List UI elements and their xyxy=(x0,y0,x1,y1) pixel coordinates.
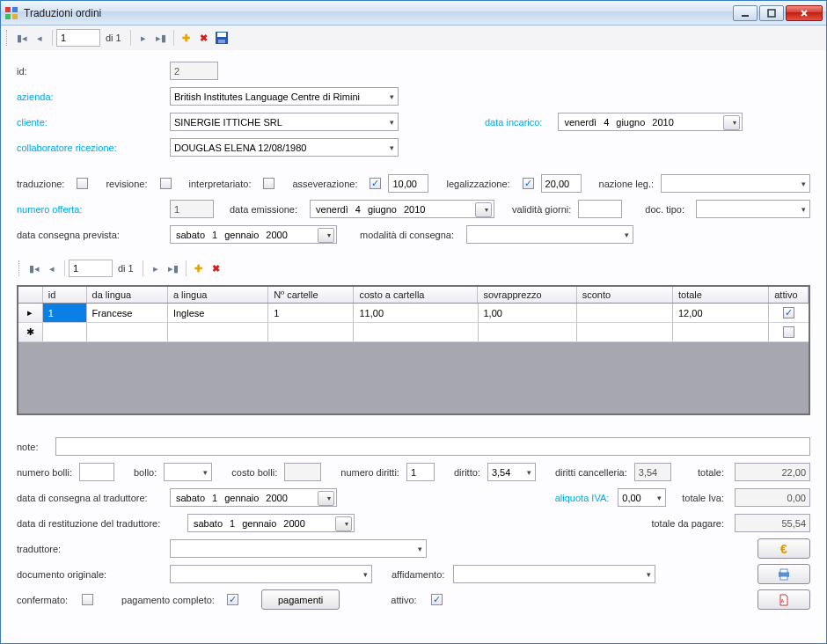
svg-rect-10 xyxy=(218,40,225,43)
totale-iva-field xyxy=(735,488,810,507)
azienda-select[interactable] xyxy=(170,87,399,106)
cell-id[interactable]: 1 xyxy=(43,304,87,322)
data-restituzione-picker[interactable]: sabato1gennaio2000 xyxy=(187,514,355,532)
detail-add-button[interactable]: ✚ xyxy=(190,260,208,277)
pagamento-completo-checkbox[interactable] xyxy=(227,594,238,605)
col-costo-cartella[interactable]: costo a cartella xyxy=(354,287,478,303)
table-row-new[interactable]: ✱ xyxy=(18,323,809,342)
col-totale[interactable]: totale xyxy=(673,287,769,303)
cliente-label: cliente: xyxy=(17,117,166,128)
affidamento-select[interactable] xyxy=(453,565,655,583)
titlebar: Traduzioni ordini xyxy=(1,1,826,26)
bollo-select[interactable] xyxy=(164,463,212,481)
validita-field[interactable] xyxy=(578,200,622,218)
detail-nav-last-button[interactable]: ▸▮ xyxy=(165,260,182,277)
row-attivo-checkbox[interactable] xyxy=(783,326,794,338)
save-button[interactable] xyxy=(213,29,231,47)
detail-grid[interactable]: id da lingua a lingua Nº cartelle costo … xyxy=(17,285,810,415)
doc-tipo-select[interactable] xyxy=(696,200,810,218)
totale-iva-label: totale Iva: xyxy=(682,493,724,503)
diritto-select[interactable] xyxy=(487,463,536,481)
print-button[interactable] xyxy=(757,564,810,584)
window-title: Traduzioni ordini xyxy=(24,7,733,19)
interpretariato-label: interpretariato: xyxy=(189,179,252,189)
cell-sconto[interactable] xyxy=(577,304,673,322)
col-da-lingua[interactable]: da lingua xyxy=(87,287,168,303)
cliente-select[interactable] xyxy=(170,113,399,131)
detail-nav-first-button[interactable]: ▮◂ xyxy=(26,260,43,277)
cell-attivo[interactable] xyxy=(769,304,809,322)
doc-tipo-label: doc. tipo: xyxy=(645,204,684,215)
euro-icon: € xyxy=(780,542,787,556)
nav-prev-button[interactable]: ◂ xyxy=(31,29,48,47)
delete-record-button[interactable]: ✖ xyxy=(195,29,213,47)
numero-bolli-label: numero bolli: xyxy=(17,467,72,478)
row-attivo-checkbox[interactable] xyxy=(783,307,794,318)
data-consegna-prev-picker[interactable]: sabato1gennaio2000 xyxy=(170,225,337,244)
numero-bolli-field[interactable] xyxy=(79,463,114,481)
data-consegna-trad-picker[interactable]: sabato1gennaio2000 xyxy=(170,488,337,507)
attivo-checkbox[interactable] xyxy=(431,594,443,605)
asseverazione-value[interactable] xyxy=(388,174,428,193)
maximize-button[interactable] xyxy=(759,5,784,21)
documento-originale-select[interactable] xyxy=(170,565,372,583)
costo-bolli-label: costo bolli: xyxy=(231,467,277,478)
interpretariato-checkbox[interactable] xyxy=(263,178,274,189)
azienda-label: azienda: xyxy=(17,91,166,102)
cell-totale[interactable]: 12,00 xyxy=(673,304,769,322)
bollo-label: bollo: xyxy=(134,467,157,478)
nazione-leg-select[interactable] xyxy=(661,174,810,193)
nav-position-input[interactable] xyxy=(56,29,100,47)
asseverazione-checkbox[interactable] xyxy=(370,178,381,189)
col-a-lingua[interactable]: a lingua xyxy=(168,287,268,303)
cell-costo-cartella[interactable]: 11,00 xyxy=(354,304,478,322)
col-id[interactable]: id xyxy=(43,287,87,303)
col-sconto[interactable]: sconto xyxy=(577,287,673,303)
detail-nav-prev-button[interactable]: ◂ xyxy=(43,260,61,277)
cell-sovrapprezzo[interactable]: 1,00 xyxy=(479,304,577,322)
data-emissione-label: data emissione: xyxy=(230,204,297,215)
svg-rect-13 xyxy=(780,576,787,580)
svg-rect-12 xyxy=(780,569,787,573)
legalizzazione-checkbox[interactable] xyxy=(523,178,534,189)
traduttore-select[interactable] xyxy=(170,539,427,558)
collaboratore-select[interactable] xyxy=(170,138,399,157)
note-field[interactable] xyxy=(55,437,810,456)
app-icon xyxy=(4,6,18,20)
aliquota-iva-select[interactable] xyxy=(618,488,666,507)
data-incarico-picker[interactable]: venerdì4giugno2010 xyxy=(558,113,743,131)
confermato-checkbox[interactable] xyxy=(82,594,93,605)
table-row[interactable]: ▸ 1 Francese Inglese 1 11,00 1,00 12,00 xyxy=(18,304,809,323)
collaboratore-label: collaboratore ricezione: xyxy=(17,143,166,153)
detail-nav-position-input[interactable] xyxy=(69,260,113,277)
svg-rect-5 xyxy=(768,10,775,17)
revisione-checkbox[interactable] xyxy=(160,178,172,189)
traduzione-checkbox[interactable] xyxy=(77,178,88,189)
nav-last-button[interactable]: ▸▮ xyxy=(152,29,170,47)
minimize-button[interactable] xyxy=(733,5,757,21)
legalizzazione-value[interactable] xyxy=(541,174,582,193)
detail-nav-next-button[interactable]: ▸ xyxy=(147,260,165,277)
cell-a-lingua[interactable]: Inglese xyxy=(168,304,268,322)
col-sovrapprezzo[interactable]: sovrapprezzo xyxy=(478,287,576,303)
numero-diritti-field[interactable] xyxy=(406,463,435,481)
modalita-consegna-label: modalità di consegna: xyxy=(360,230,454,240)
detail-delete-button[interactable]: ✖ xyxy=(208,260,225,277)
pagamenti-button[interactable]: pagamenti xyxy=(261,589,340,610)
pdf-button[interactable]: A xyxy=(757,589,810,610)
nazione-leg-label: nazione leg.: xyxy=(599,179,654,189)
col-attivo[interactable]: attivo xyxy=(769,287,809,303)
payment-euro-button[interactable]: € xyxy=(757,538,810,559)
modalita-consegna-select[interactable] xyxy=(466,225,633,244)
col-n-cartelle[interactable]: Nº cartelle xyxy=(268,287,354,303)
cell-da-lingua[interactable]: Francese xyxy=(87,304,168,322)
cell-n-cartelle[interactable]: 1 xyxy=(268,304,354,322)
nav-first-button[interactable]: ▮◂ xyxy=(13,29,31,47)
close-button[interactable] xyxy=(786,5,823,21)
svg-rect-1 xyxy=(12,7,18,12)
add-record-button[interactable]: ✚ xyxy=(178,29,195,47)
nav-next-button[interactable]: ▸ xyxy=(135,29,152,47)
data-emissione-picker[interactable]: venerdì4giugno2010 xyxy=(310,200,494,218)
id-label: id: xyxy=(17,66,166,77)
validita-label: validità giorni: xyxy=(512,204,571,215)
